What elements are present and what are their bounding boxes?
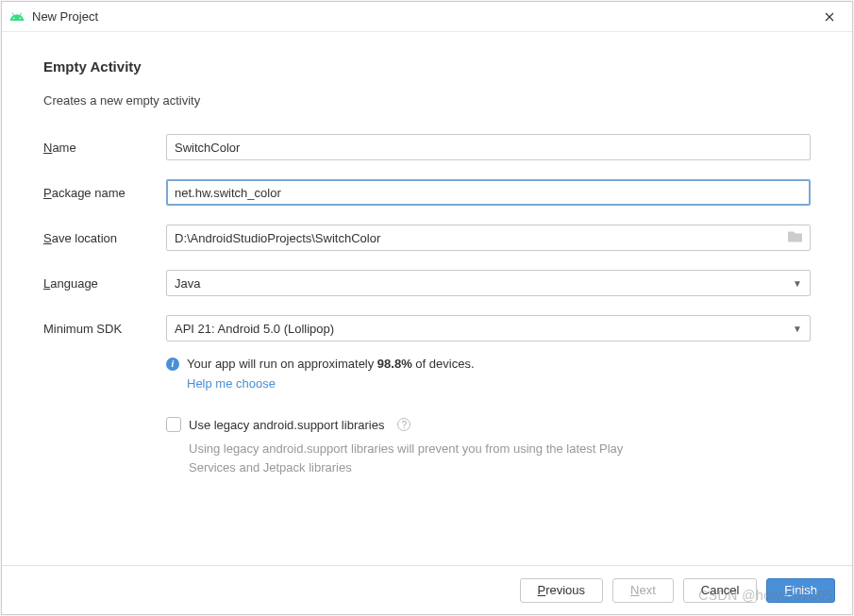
android-icon [9,9,25,25]
chevron-down-icon: ▼ [793,278,802,289]
new-project-dialog: New Project Empty Activity Creates a new… [1,1,853,615]
sdk-info-block: i Your app will run on approximately 98.… [166,357,811,391]
cancel-button[interactable]: Cancel [683,578,757,603]
row-package: Package name [43,179,811,206]
package-name-input[interactable] [166,179,811,206]
previous-button[interactable]: Previous [520,578,604,603]
close-button[interactable] [814,4,845,30]
row-name: Name [43,134,811,160]
label-language: Language [43,276,166,291]
label-name: Name [43,141,166,155]
help-icon[interactable]: ? [397,418,410,431]
min-sdk-value: API 21: Android 5.0 (Lollipop) [175,322,334,336]
page-title: Empty Activity [43,58,811,75]
min-sdk-select[interactable]: API 21: Android 5.0 (Lollipop) ▼ [166,315,811,341]
sdk-info-line: i Your app will run on approximately 98.… [166,357,811,371]
close-icon [825,12,834,22]
language-select[interactable]: Java ▼ [166,270,811,296]
page-subtitle: Creates a new empty activity [43,93,811,108]
chevron-down-icon: ▼ [793,324,802,334]
next-button[interactable]: Next [612,578,674,603]
row-save-location: Save location [43,225,811,251]
finish-button[interactable]: Finish [766,578,835,603]
name-input[interactable] [166,134,811,160]
save-location-input[interactable] [166,225,811,251]
content-area: Empty Activity Creates a new empty activ… [2,32,852,565]
help-me-choose-link[interactable]: Help me choose [187,376,811,391]
form: Name Package name Save location [43,134,811,476]
legacy-label: Use legacy android.support libraries [189,418,384,432]
legacy-checkbox-row: Use legacy android.support libraries ? [166,417,811,432]
label-package: Package name [43,186,166,200]
browse-folder-icon[interactable] [788,230,803,246]
language-value: Java [175,276,200,291]
titlebar: New Project [2,2,852,32]
info-icon: i [166,358,179,371]
footer: Previous Next Cancel Finish CSDN @howard… [2,565,852,614]
legacy-checkbox[interactable] [166,417,181,432]
label-save-location: Save location [43,231,166,245]
window-title: New Project [32,9,814,24]
legacy-block: Use legacy android.support libraries ? U… [166,417,811,476]
legacy-description: Using legacy android.support libraries w… [189,440,642,476]
row-min-sdk: Minimum SDK API 21: Android 5.0 (Lollipo… [43,315,811,341]
label-min-sdk: Minimum SDK [43,322,166,336]
row-language: Language Java ▼ [43,270,811,296]
sdk-info-text: Your app will run on approximately 98.8%… [187,357,475,371]
